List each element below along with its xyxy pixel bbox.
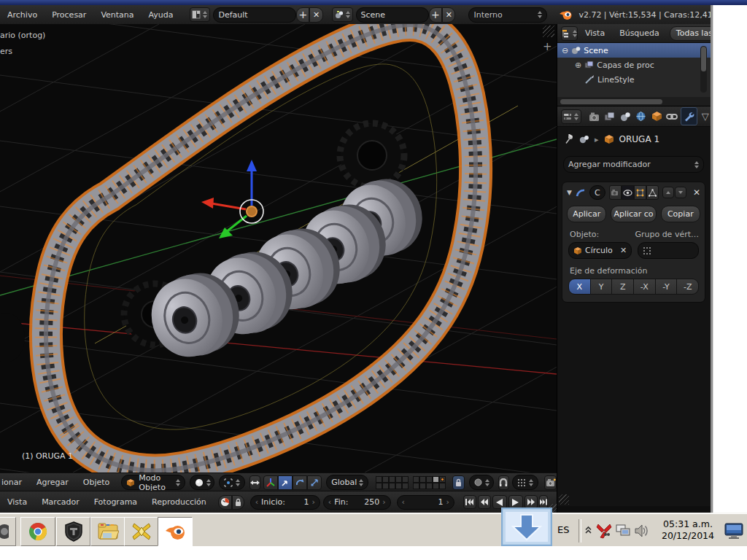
- layout-add-button[interactable]: +: [296, 7, 309, 23]
- manipulator-translate-button[interactable]: [278, 475, 293, 490]
- expand-icon[interactable]: ⊕: [575, 61, 581, 70]
- taskbar-explorer-button[interactable]: [90, 517, 125, 546]
- snap-element-select[interactable]: [512, 475, 538, 490]
- manipulator-axes-button[interactable]: [263, 475, 278, 490]
- breadcrumb-object-name[interactable]: ORUGA 1: [619, 134, 660, 144]
- axis-negz-button[interactable]: -Z: [677, 279, 699, 295]
- outliner-hscrollbar[interactable]: [557, 97, 711, 106]
- timeline-lock-button[interactable]: [232, 495, 244, 510]
- outliner-row-renderlayers[interactable]: ⊕ Capas de proc: [557, 58, 711, 72]
- axis-y-button[interactable]: Y: [591, 279, 613, 295]
- tab-world-icon[interactable]: [634, 109, 648, 124]
- taskbar-chrome-button[interactable]: [20, 517, 55, 546]
- screen-layout-field[interactable]: Default: [213, 7, 296, 23]
- modifier-edit-toggle[interactable]: [634, 185, 646, 200]
- current-frame-field[interactable]: ‹ 1 ›: [397, 495, 454, 510]
- menu-agregar[interactable]: Agregar: [29, 478, 76, 487]
- show-desktop-button[interactable]: [724, 521, 746, 540]
- modifier-name-field[interactable]: C: [589, 185, 605, 200]
- axis-negx-button[interactable]: -X: [634, 279, 656, 295]
- menu-ventana[interactable]: Ventana: [93, 10, 141, 20]
- menu-archivo[interactable]: Archivo: [0, 10, 44, 20]
- taskbar-blender-button[interactable]: [158, 517, 193, 546]
- timeline-menu-marcador[interactable]: Marcador: [34, 497, 87, 507]
- tab-scene-icon[interactable]: [619, 109, 632, 124]
- tab-render-icon[interactable]: [587, 109, 601, 124]
- modifier-cage-toggle[interactable]: [646, 185, 659, 200]
- add-modifier-select[interactable]: Agregar modificador: [563, 156, 704, 173]
- outliner-filter-button[interactable]: Todas las: [670, 26, 711, 41]
- scene-close-button[interactable]: ✕: [442, 7, 455, 23]
- manipulator-scale-button[interactable]: [307, 475, 322, 490]
- breadcrumb-object-icon[interactable]: [604, 134, 614, 144]
- taskbar-app-x-button[interactable]: [124, 517, 158, 546]
- menu-ayuda[interactable]: Ayuda: [142, 10, 181, 20]
- outliner-editor-select[interactable]: [561, 26, 578, 41]
- lock-to-scene-button[interactable]: [452, 475, 465, 490]
- pivot-select[interactable]: [219, 475, 245, 490]
- properties-resize-corner[interactable]: [559, 494, 569, 505]
- outliner-menu-busqueda[interactable]: Búsqueda: [612, 28, 667, 38]
- time-cursor-button[interactable]: [218, 495, 232, 510]
- modifier-render-toggle[interactable]: [609, 185, 622, 200]
- snap-magnet-button[interactable]: [498, 475, 509, 490]
- manipulator-rotate-button[interactable]: [293, 475, 307, 490]
- outliner-menu-vista[interactable]: Vista: [578, 28, 612, 38]
- axis-z-button[interactable]: Z: [612, 279, 634, 295]
- render-engine-select[interactable]: Interno: [468, 7, 547, 23]
- download-overlay-icon[interactable]: [501, 508, 552, 546]
- layout-close-button[interactable]: ✕: [309, 7, 322, 23]
- scene-selector-icon[interactable]: [332, 7, 353, 22]
- frame-end-field[interactable]: ‹ Fin: 250 ›: [323, 495, 391, 510]
- layers-widget[interactable]: [376, 476, 446, 489]
- proportional-edit-select[interactable]: [469, 475, 494, 490]
- pin-icon[interactable]: [565, 134, 574, 144]
- timeline-menu-vista[interactable]: Vista: [0, 497, 34, 507]
- manipulator-toggle[interactable]: [249, 475, 260, 490]
- outliner-vscrollbar[interactable]: [700, 46, 707, 93]
- menu-objeto[interactable]: Objeto: [76, 478, 117, 487]
- scene-name-field[interactable]: Scene: [356, 7, 429, 23]
- hidden-icons-chevron[interactable]: [583, 523, 593, 537]
- shading-select[interactable]: [190, 475, 214, 490]
- breadcrumb-scene-icon[interactable]: [579, 135, 589, 144]
- vertex-group-field[interactable]: [638, 242, 699, 259]
- frame-start-field[interactable]: ‹ Inicio: 1 ›: [250, 495, 320, 510]
- tray-volume-icon[interactable]: [633, 523, 651, 539]
- tab-constraints-icon[interactable]: [665, 109, 679, 124]
- panel-collapse-icon[interactable]: ▼: [567, 189, 572, 196]
- menu-procesar[interactable]: Procesar: [44, 10, 93, 20]
- modifier-delete-button[interactable]: ✕: [693, 187, 700, 198]
- tab-render-layers-icon[interactable]: [603, 109, 616, 124]
- region-add-button[interactable]: +: [543, 40, 552, 53]
- axis-x-button[interactable]: X: [568, 279, 591, 295]
- taskbar-wot-button[interactable]: [56, 517, 90, 546]
- clear-object-icon[interactable]: ✕: [620, 246, 627, 255]
- outliner-row-scene[interactable]: ⊖ Scene: [557, 43, 711, 58]
- taskbar-item-partial[interactable]: [0, 517, 16, 546]
- timeline-menu-reproduccion[interactable]: Reproducción: [144, 497, 214, 507]
- modifier-view-toggle[interactable]: [622, 185, 634, 200]
- language-indicator[interactable]: ES: [557, 524, 569, 535]
- collapse-icon[interactable]: ⊖: [562, 46, 568, 55]
- properties-editor-select[interactable]: [561, 109, 581, 124]
- viewport-resize-corner[interactable]: [543, 26, 554, 37]
- viewport-3d[interactable]: ario (ortog) ers (1) ORUGA 1 +: [0, 24, 557, 472]
- curve-object-field[interactable]: Círculo ✕: [568, 242, 632, 259]
- tray-network-icon[interactable]: [614, 523, 632, 539]
- prev-keyframe-button[interactable]: [478, 495, 491, 509]
- copy-button[interactable]: Copiar: [661, 206, 700, 222]
- scene-add-button[interactable]: +: [429, 7, 442, 23]
- opengl-render-button[interactable]: [544, 475, 557, 490]
- tab-object-icon[interactable]: [649, 109, 663, 124]
- timeline-menu-fotograma[interactable]: Fotograma: [87, 497, 144, 507]
- mode-select[interactable]: Modo Objeto: [121, 475, 185, 490]
- apply-as-shape-button[interactable]: Aplicar co: [611, 206, 656, 222]
- jump-start-button[interactable]: [463, 495, 476, 509]
- tray-clock[interactable]: 05:31 a.m. 20/12/2014: [655, 518, 721, 542]
- axis-negy-button[interactable]: -Y: [656, 279, 678, 295]
- modifier-move-buttons[interactable]: [662, 187, 686, 198]
- apply-button[interactable]: Aplicar: [567, 206, 606, 222]
- tray-app-red-icon[interactable]: [595, 522, 613, 540]
- menu-seleccionar[interactable]: ionar: [0, 478, 29, 487]
